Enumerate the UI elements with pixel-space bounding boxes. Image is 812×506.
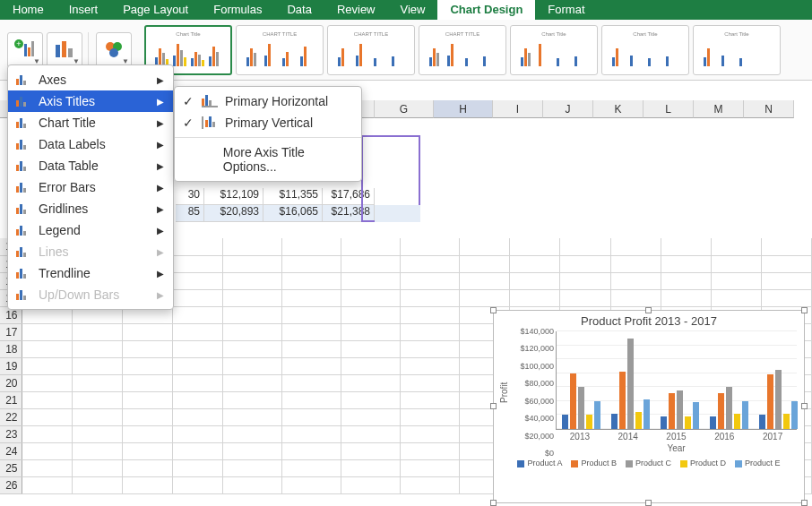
cell[interactable] — [72, 459, 122, 476]
col-header-l[interactable]: L — [644, 100, 694, 118]
cell[interactable] — [281, 391, 341, 408]
cell[interactable] — [222, 272, 281, 289]
tab-review[interactable]: Review — [324, 0, 388, 20]
x-axis-label[interactable]: Year — [556, 442, 797, 453]
cell[interactable] — [122, 391, 172, 408]
bar[interactable] — [783, 414, 790, 429]
cell[interactable] — [460, 272, 510, 289]
cell[interactable] — [711, 255, 761, 272]
cell[interactable] — [401, 323, 460, 340]
cell[interactable] — [222, 442, 281, 459]
cell[interactable] — [72, 425, 122, 442]
cell[interactable] — [281, 238, 341, 255]
cell[interactable] — [281, 442, 341, 459]
cell[interactable] — [560, 238, 610, 255]
cell[interactable] — [401, 374, 460, 391]
tab-data[interactable]: Data — [274, 0, 324, 20]
cell[interactable] — [122, 374, 172, 391]
bar[interactable] — [570, 373, 576, 429]
cell[interactable] — [610, 238, 661, 255]
cell[interactable] — [22, 425, 72, 442]
col-header-m[interactable]: M — [694, 100, 744, 118]
cell[interactable] — [281, 272, 341, 289]
submenu-primary-vertical[interactable]: ✓ Primary Vertical — [175, 112, 361, 133]
menu-item-data-labels[interactable]: Data Labels▶ — [8, 133, 173, 155]
bar[interactable] — [734, 414, 740, 429]
bar[interactable] — [586, 415, 592, 429]
cell[interactable] — [172, 357, 222, 374]
cell[interactable] — [281, 374, 341, 391]
bar[interactable] — [742, 401, 748, 429]
bar[interactable] — [685, 416, 691, 429]
chart-style-7[interactable]: Chart Title — [693, 25, 781, 75]
cell[interactable] — [172, 272, 222, 289]
cell[interactable] — [22, 391, 72, 408]
cell[interactable] — [401, 289, 460, 306]
add-chart-element-button[interactable]: + ▼ — [7, 32, 43, 68]
cell[interactable] — [172, 425, 222, 442]
cell[interactable] — [341, 272, 401, 289]
chart-object[interactable]: Product Profit 2013 - 2017 Profit $0$20,… — [493, 310, 805, 503]
cell[interactable] — [72, 408, 122, 425]
menu-item-axes[interactable]: Axes▶ — [8, 69, 173, 90]
menu-item-axis-titles[interactable]: Axis Titles▶ — [8, 90, 173, 112]
submenu-more-options[interactable]: More Axis Title Options... — [175, 142, 361, 177]
bar[interactable] — [726, 387, 732, 429]
tab-home[interactable]: Home — [0, 0, 56, 20]
cell[interactable] — [401, 476, 460, 493]
cell[interactable] — [661, 255, 711, 272]
cell[interactable] — [281, 476, 341, 493]
cell[interactable] — [401, 238, 460, 255]
bar[interactable] — [791, 401, 798, 429]
cell[interactable] — [560, 289, 610, 306]
cell[interactable] — [560, 272, 610, 289]
bar[interactable] — [627, 339, 634, 429]
chart-style-4[interactable]: CHART TITLE — [419, 25, 506, 75]
row-header[interactable]: 26 — [0, 476, 22, 493]
cell[interactable] — [172, 408, 222, 425]
cell[interactable] — [341, 340, 401, 357]
cell[interactable] — [222, 425, 281, 442]
col-header-g[interactable]: G — [375, 100, 434, 118]
cell[interactable] — [122, 357, 172, 374]
cell[interactable] — [560, 255, 610, 272]
cell[interactable] — [401, 357, 460, 374]
legend-item[interactable]: Product C — [626, 459, 671, 467]
cell[interactable] — [281, 357, 341, 374]
cell[interactable] — [172, 255, 222, 272]
cell[interactable] — [22, 357, 72, 374]
cell[interactable] — [341, 476, 401, 493]
cell[interactable] — [711, 272, 761, 289]
cell[interactable] — [341, 289, 401, 306]
cell[interactable] — [72, 476, 122, 493]
cell[interactable] — [661, 272, 711, 289]
change-colors-button[interactable]: ▼ — [96, 32, 132, 68]
cell[interactable] — [401, 442, 460, 459]
cell[interactable] — [122, 340, 172, 357]
cell[interactable] — [401, 306, 460, 323]
cell[interactable] — [610, 272, 661, 289]
cell[interactable] — [711, 238, 761, 255]
cell[interactable] — [281, 255, 341, 272]
cell[interactable] — [761, 255, 811, 272]
cell[interactable] — [281, 306, 341, 323]
cell[interactable] — [761, 289, 811, 306]
cell[interactable] — [281, 408, 341, 425]
col-header-i[interactable]: I — [493, 100, 543, 118]
menu-item-error-bars[interactable]: Error Bars▶ — [8, 176, 173, 198]
cell[interactable] — [341, 459, 401, 476]
cell[interactable] — [281, 340, 341, 357]
cell[interactable] — [72, 391, 122, 408]
menu-item-data-table[interactable]: Data Table▶ — [8, 155, 173, 176]
col-header-n[interactable]: N — [744, 100, 794, 118]
cell[interactable] — [172, 289, 222, 306]
cell[interactable] — [610, 289, 661, 306]
cell[interactable] — [341, 238, 401, 255]
cell[interactable] — [401, 425, 460, 442]
bar[interactable] — [759, 415, 765, 429]
cell[interactable] — [122, 476, 172, 493]
cell[interactable] — [222, 323, 281, 340]
cell[interactable] — [222, 289, 281, 306]
legend-item[interactable]: Product A — [517, 459, 562, 467]
cell[interactable] — [281, 459, 341, 476]
